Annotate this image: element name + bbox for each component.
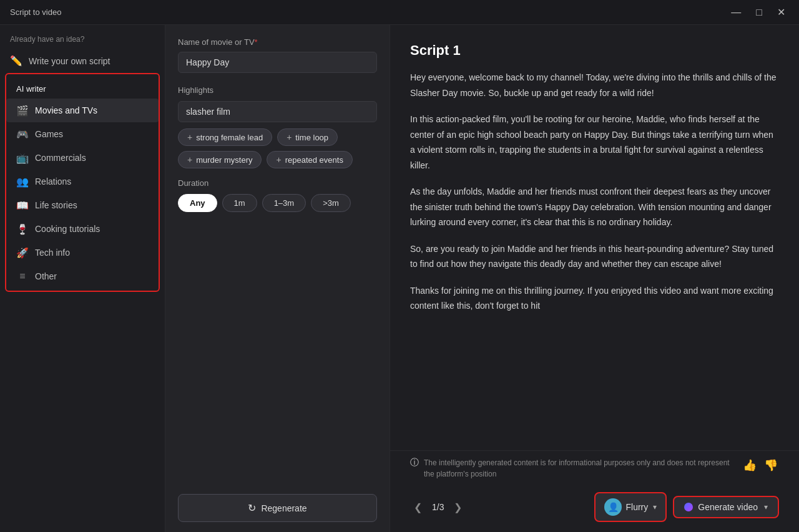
duration-label: Duration bbox=[178, 178, 377, 188]
highlight-tag[interactable]: +strong female lead bbox=[178, 128, 272, 146]
regenerate-button[interactable]: ↻ Regenerate bbox=[178, 494, 377, 522]
tag-plus-icon: + bbox=[287, 132, 292, 142]
sidebar-item-life-label: Life stories bbox=[35, 200, 77, 210]
generate-dot-icon bbox=[684, 503, 693, 511]
highlight-tag[interactable]: +murder mystery bbox=[178, 151, 262, 168]
relations-icon: 👥 bbox=[16, 175, 29, 188]
thumbs-up-button[interactable]: 👍 bbox=[742, 457, 758, 473]
duration-options: Any1m1–3m>3m bbox=[178, 194, 377, 212]
sidebar-items: 🎬 Movies and TVs 🎮 Games 📺 Commercials 👥… bbox=[6, 99, 159, 288]
sidebar-item-cooking[interactable]: 🍷 Cooking tutorials bbox=[6, 217, 159, 241]
tag-plus-icon: + bbox=[187, 132, 192, 142]
generate-chevron-icon: ▾ bbox=[764, 503, 768, 511]
middle-panel: Name of movie or TV* Highlights +strong … bbox=[165, 25, 390, 532]
ai-writer-section: AI writer 🎬 Movies and TVs 🎮 Games 📺 Com… bbox=[5, 73, 160, 292]
script-footer: ⓘ The intelligently generated content is… bbox=[390, 450, 799, 486]
disclaimer-text: ⓘ The intelligently generated content is… bbox=[410, 457, 742, 480]
script-paragraph-2: In this action-packed film, you'll be ro… bbox=[410, 112, 779, 173]
app-body: Already have an idea? ✏️ Write your own … bbox=[0, 25, 799, 532]
duration-any-button[interactable]: Any bbox=[178, 194, 217, 212]
sidebar-write-script[interactable]: ✏️ Write your own script bbox=[0, 49, 165, 73]
name-label: Name of movie or TV* bbox=[178, 37, 377, 47]
sidebar-item-games-label: Games bbox=[35, 129, 63, 139]
required-star: * bbox=[255, 37, 258, 47]
life-icon: 📖 bbox=[16, 199, 29, 211]
other-icon: ≡ bbox=[16, 270, 29, 283]
sidebar-item-games[interactable]: 🎮 Games bbox=[6, 122, 159, 146]
flurry-label: Flurry bbox=[625, 502, 648, 512]
disclaimer-text-content: The intelligently generated content is f… bbox=[424, 457, 742, 480]
write-script-label: Write your own script bbox=[29, 56, 110, 66]
script-paragraphs: Hey everyone, welcome back to my channel… bbox=[410, 70, 779, 314]
highlight-input[interactable] bbox=[186, 107, 369, 117]
generate-video-label: Generate video bbox=[698, 502, 758, 512]
script-paragraph-4: So, are you ready to join Maddie and her… bbox=[410, 241, 779, 272]
duration-1m-button[interactable]: 1m bbox=[222, 194, 257, 212]
maximize-button[interactable]: □ bbox=[752, 6, 766, 19]
sidebar-item-other-label: Other bbox=[35, 271, 57, 281]
flurry-chevron-icon: ▾ bbox=[653, 503, 657, 511]
tag-plus-icon: + bbox=[276, 155, 281, 165]
games-icon: 🎮 bbox=[16, 128, 29, 140]
regenerate-label: Regenerate bbox=[261, 503, 306, 513]
title-bar: Script to video — □ ✕ bbox=[0, 0, 799, 25]
tech-icon: 🚀 bbox=[16, 246, 29, 259]
sidebar-item-life[interactable]: 📖 Life stories bbox=[6, 193, 159, 217]
pencil-icon: ✏️ bbox=[10, 55, 22, 67]
highlight-input-row bbox=[178, 101, 377, 122]
cooking-icon: 🍷 bbox=[16, 223, 29, 235]
tag-label: repeated events bbox=[285, 155, 343, 165]
sidebar-item-relations[interactable]: 👥 Relations bbox=[6, 170, 159, 193]
window-controls: — □ ✕ bbox=[727, 6, 789, 19]
flurry-button[interactable]: 👤 Flurry ▾ bbox=[594, 492, 667, 522]
duration-3m-button[interactable]: >3m bbox=[311, 194, 351, 212]
script-bottom-bar: ❮ 1/3 ❯ 👤 Flurry ▾ Generate video ▾ bbox=[390, 486, 799, 532]
generate-video-button[interactable]: Generate video ▾ bbox=[673, 496, 779, 518]
app-title: Script to video bbox=[10, 7, 61, 17]
bottom-right-actions: 👤 Flurry ▾ Generate video ▾ bbox=[594, 492, 779, 522]
sidebar-item-movies[interactable]: 🎬 Movies and TVs bbox=[6, 99, 159, 122]
duration-13m-button[interactable]: 1–3m bbox=[262, 194, 306, 212]
minimize-button[interactable]: — bbox=[727, 6, 745, 19]
prev-page-button[interactable]: ❮ bbox=[410, 500, 426, 515]
sidebar-already-label: Already have an idea? bbox=[0, 35, 165, 49]
feedback-icons: 👍 👎 bbox=[742, 457, 779, 473]
highlight-tag[interactable]: +time loop bbox=[277, 128, 338, 146]
tag-label: murder mystery bbox=[196, 155, 252, 165]
script-title: Script 1 bbox=[410, 42, 779, 59]
page-indicator: 1/3 bbox=[432, 502, 444, 512]
tag-label: strong female lead bbox=[196, 133, 263, 142]
tag-plus-icon: + bbox=[187, 155, 192, 165]
movies-icon: 🎬 bbox=[16, 104, 29, 117]
regenerate-icon: ↻ bbox=[248, 502, 256, 514]
highlights-label: Highlights bbox=[178, 85, 377, 95]
ai-writer-label: AI writer bbox=[6, 77, 159, 99]
sidebar-item-commercials[interactable]: 📺 Commercials bbox=[6, 146, 159, 170]
sidebar-item-cooking-label: Cooking tutorials bbox=[35, 224, 100, 234]
script-content-area: Script 1 Hey everyone, welcome back to m… bbox=[390, 25, 799, 450]
highlight-tags: +strong female lead+time loop+murder mys… bbox=[178, 128, 377, 168]
highlight-tag[interactable]: +repeated events bbox=[267, 151, 352, 168]
sidebar-item-tech[interactable]: 🚀 Tech info bbox=[6, 241, 159, 264]
sidebar-item-relations-label: Relations bbox=[35, 177, 71, 186]
pagination: ❮ 1/3 ❯ bbox=[410, 500, 466, 515]
thumbs-down-button[interactable]: 👎 bbox=[763, 457, 779, 473]
close-button[interactable]: ✕ bbox=[773, 6, 789, 19]
sidebar-item-other[interactable]: ≡ Other bbox=[6, 264, 159, 288]
sidebar-item-commercials-label: Commercials bbox=[35, 153, 86, 163]
next-page-button[interactable]: ❯ bbox=[450, 500, 466, 515]
right-panel: Script 1 Hey everyone, welcome back to m… bbox=[390, 25, 799, 532]
script-paragraph-1: Hey everyone, welcome back to my channel… bbox=[410, 70, 779, 100]
sidebar-item-movies-label: Movies and TVs bbox=[35, 105, 97, 115]
script-paragraph-3: As the day unfolds, Maddie and her frien… bbox=[410, 184, 779, 230]
sidebar-item-tech-label: Tech info bbox=[35, 248, 70, 258]
disclaimer-row: ⓘ The intelligently generated content is… bbox=[410, 457, 779, 480]
commercials-icon: 📺 bbox=[16, 152, 29, 164]
script-paragraph-5: Thanks for joining me on this thrilling … bbox=[410, 283, 779, 314]
info-icon: ⓘ bbox=[410, 457, 419, 468]
movie-name-input[interactable] bbox=[178, 52, 377, 73]
sidebar: Already have an idea? ✏️ Write your own … bbox=[0, 25, 165, 532]
flurry-avatar-icon: 👤 bbox=[604, 498, 622, 516]
tag-label: time loop bbox=[295, 133, 328, 142]
